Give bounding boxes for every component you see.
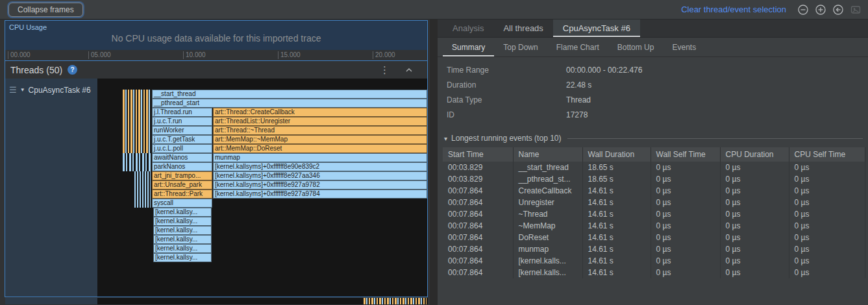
table-cell[interactable]: 00:03.829 [443, 162, 513, 173]
table-cell[interactable]: 18.65 s [582, 173, 651, 185]
flame-frame[interactable]: art::ThreadList::Unregister [213, 117, 427, 126]
flame-minor-frames[interactable] [123, 153, 151, 162]
flame-frame[interactable]: [kernel.kallsy... [153, 253, 212, 262]
column-header-cpu-self-time[interactable]: CPU Self Time [789, 147, 865, 162]
table-row[interactable]: 00:07.864DoReset14.61 s0 µs0 µs0 µs [443, 232, 865, 243]
flame-frame[interactable]: j.l.Thread.run [152, 108, 212, 117]
table-row[interactable]: 00:07.864CreateCallback14.61 s0 µs0 µs0 … [443, 185, 865, 197]
table-cell[interactable]: __pthread_st... [513, 173, 582, 185]
table-cell[interactable]: 0 µs [720, 208, 789, 220]
flame-minor-frames[interactable] [123, 108, 151, 117]
flame-frame[interactable]: art::Thread::Park [152, 189, 212, 199]
events-section-header[interactable]: ▾ Longest running events (top 10) [444, 134, 863, 143]
table-cell[interactable]: 14.61 s [582, 197, 651, 208]
column-header-wall-self-time[interactable]: Wall Self Time [651, 147, 720, 162]
table-cell[interactable]: 00:07.864 [443, 255, 513, 267]
column-header-cpu-duration[interactable]: CPU Duration [720, 147, 789, 162]
table-cell[interactable]: 0 µs [720, 173, 789, 185]
table-cell[interactable]: 00:07.864 [443, 208, 513, 220]
table-cell[interactable]: 0 µs [789, 173, 865, 185]
next-thread-label-area[interactable] [5, 298, 97, 304]
table-cell[interactable]: DoReset [513, 232, 582, 243]
table-cell[interactable]: 14.61 s [582, 267, 651, 278]
flame-frame[interactable]: syscall [152, 199, 212, 208]
flame-minor-frames[interactable] [364, 298, 427, 304]
table-cell[interactable]: 0 µs [789, 220, 865, 232]
flame-frame[interactable]: art::MemMap::DoReset [213, 144, 427, 153]
table-cell[interactable]: 0 µs [789, 208, 865, 220]
subtab-events[interactable]: Events [663, 38, 705, 56]
table-cell[interactable]: munmap [513, 243, 582, 255]
flame-chart[interactable]: __start_thread__pthread_startj.l.Thread.… [97, 79, 427, 297]
table-cell[interactable]: 0 µs [720, 220, 789, 232]
table-cell[interactable]: 14.61 s [582, 185, 651, 197]
more-options-icon[interactable]: ⋮ [380, 64, 390, 76]
flame-frame[interactable]: runWorker [152, 126, 212, 135]
table-cell[interactable]: 0 µs [720, 162, 789, 173]
subtab-summary[interactable]: Summary [443, 38, 494, 56]
expand-arrow-icon[interactable]: ▼ [20, 87, 25, 93]
panel-splitter[interactable] [430, 19, 438, 305]
drag-handle-icon[interactable]: ☰ [9, 85, 17, 95]
zoom-out-icon[interactable] [797, 4, 809, 16]
table-row[interactable]: 00:03.829__pthread_st...18.65 s0 µs0 µs0… [443, 173, 865, 185]
table-cell[interactable]: [kernel.kalls... [513, 267, 582, 278]
table-row[interactable]: 00:07.864[kernel.kalls...14.61 s0 µs0 µs… [443, 267, 865, 278]
table-cell[interactable]: 0 µs [720, 197, 789, 208]
reset-zoom-icon[interactable] [832, 4, 844, 16]
table-cell[interactable]: 0 µs [720, 267, 789, 278]
flame-minor-frames[interactable] [134, 199, 151, 208]
table-row[interactable]: 00:07.864[kernel.kalls...14.61 s0 µs0 µs… [443, 255, 865, 267]
flame-frame[interactable]: j.u.c.T.run [152, 117, 212, 126]
table-cell[interactable]: 14.61 s [582, 208, 651, 220]
flame-minor-frames[interactable] [123, 135, 151, 144]
flame-minor-frames[interactable] [134, 171, 151, 180]
table-cell[interactable]: ~Thread [513, 208, 582, 220]
flame-frame[interactable]: [kernel.kallsy... [153, 217, 212, 226]
table-cell[interactable]: 0 µs [720, 232, 789, 243]
cpu-usage-panel[interactable]: CPU Usage No CPU usage data available fo… [5, 21, 427, 50]
collapse-caret-icon[interactable]: ▾ [444, 135, 447, 142]
subtab-bottom-up[interactable]: Bottom Up [608, 38, 663, 56]
flame-frame[interactable]: [kernel.kallsyms]+0xffffff8e927a9782 [213, 180, 427, 189]
flame-minor-frames[interactable] [123, 144, 151, 153]
table-cell[interactable]: 14.61 s [582, 220, 651, 232]
flame-minor-frames[interactable] [123, 90, 151, 99]
flame-frame[interactable]: j.u.c.L.poll [152, 144, 212, 153]
flame-frame[interactable]: parkNanos [152, 162, 212, 171]
table-cell[interactable]: 0 µs [651, 267, 720, 278]
table-row[interactable]: 00:07.864~Thread14.61 s0 µs0 µs0 µs [443, 208, 865, 220]
flame-frame[interactable]: [kernel.kallsy... [153, 208, 212, 217]
table-cell[interactable]: [kernel.kalls... [513, 255, 582, 267]
table-cell[interactable]: 00:07.864 [443, 232, 513, 243]
help-icon[interactable]: ? [68, 65, 77, 75]
next-thread-row[interactable] [5, 298, 428, 304]
flame-minor-frames[interactable] [123, 126, 151, 135]
table-cell[interactable]: 14.61 s [582, 232, 651, 243]
collapse-frames-button[interactable]: Collapse frames [8, 3, 83, 17]
table-cell[interactable]: 0 µs [789, 243, 865, 255]
flame-frame[interactable]: art::Thread::CreateCallback [213, 108, 427, 117]
flame-frame[interactable]: art::Thread::~Thread [213, 126, 427, 135]
table-cell[interactable]: CreateCallback [513, 185, 582, 197]
flame-frame[interactable]: j.u.c.T.getTask [152, 135, 212, 144]
flame-frame[interactable]: art::MemMap::~MemMap [213, 135, 427, 144]
table-cell[interactable]: 0 µs [789, 162, 865, 173]
flame-frame[interactable]: art::Unsafe_park [152, 180, 212, 189]
flame-minor-frames[interactable] [123, 117, 151, 126]
table-row[interactable]: 00:07.864Unregister14.61 s0 µs0 µs0 µs [443, 197, 865, 208]
table-cell[interactable]: 00:07.864 [443, 220, 513, 232]
flame-frame[interactable]: awaitNanos [152, 153, 212, 162]
subtab-top-down[interactable]: Top Down [494, 38, 547, 56]
table-cell[interactable]: 00:07.864 [443, 185, 513, 197]
table-cell[interactable]: 0 µs [651, 232, 720, 243]
table-cell[interactable]: 14.61 s [582, 243, 651, 255]
table-cell[interactable]: 0 µs [651, 208, 720, 220]
table-cell[interactable]: Unregister [513, 197, 582, 208]
timeline-axis[interactable]: 00.00005.00010.00015.00020.000 [5, 50, 427, 61]
table-cell[interactable]: 14.61 s [582, 255, 651, 267]
next-thread-flame[interactable] [97, 298, 428, 304]
table-cell[interactable]: 0 µs [720, 185, 789, 197]
flame-minor-frames[interactable] [134, 189, 151, 199]
tab-analysis[interactable]: Analysis [443, 19, 493, 37]
